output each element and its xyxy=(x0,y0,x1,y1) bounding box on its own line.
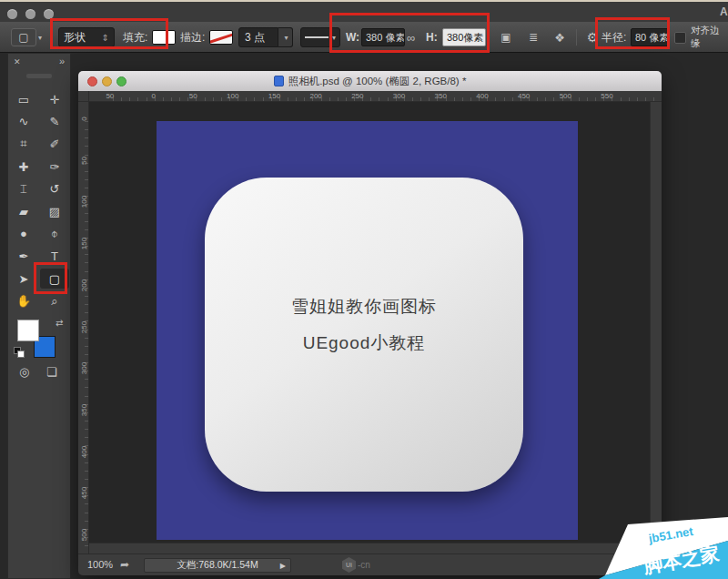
canvas-text-line2: UEgood小教程 xyxy=(303,331,426,355)
zoom-tool-icon: ⌕ xyxy=(51,294,57,309)
align-edges-label: 对齐边缘 xyxy=(691,22,728,53)
window-minimize-button[interactable] xyxy=(25,9,35,19)
dodge-tool-icon: ⌽ xyxy=(51,227,58,241)
panel-drag-nub[interactable] xyxy=(26,74,52,78)
document-content-area: 雪姐姐教你画图标 UEgood小教程 xyxy=(89,102,662,554)
dodge-tool[interactable]: ⌽ xyxy=(39,223,70,246)
pen-tool-icon: ✒ xyxy=(19,249,29,263)
blur-tool[interactable]: ● xyxy=(8,223,39,246)
close-icon[interactable]: ✕ xyxy=(14,57,21,66)
annotation-box-radius xyxy=(595,17,670,49)
doc-close-button[interactable] xyxy=(87,76,97,86)
ruler-h-number: 400 xyxy=(474,92,489,100)
eraser-tool-icon: ▰ xyxy=(19,205,28,218)
default-colors-icon[interactable] xyxy=(17,350,25,358)
tools-panel: ✕ » ▭✛∿✎⌗✐✚✑⌶↺▰▨●⌽✒T➤▢✋⌕ ⇄ ◎ ❏ xyxy=(7,53,71,579)
quick-mask-button[interactable]: ◎ xyxy=(19,365,29,379)
hand-tool-icon: ✋ xyxy=(16,294,31,308)
quick-selection-tool[interactable]: ✎ xyxy=(39,111,70,134)
ruler-v-number: 250 xyxy=(80,318,88,336)
collapse-panel-icon[interactable]: » xyxy=(59,56,65,66)
canvas-text-line1: 雪姐姐教你画图标 xyxy=(291,295,437,319)
workspace-partial-text: A xyxy=(720,5,728,18)
ruler-h-number: 350 xyxy=(432,92,447,100)
ruler-v-number: 350 xyxy=(80,401,88,419)
clone-stamp-tool[interactable]: ⌶ xyxy=(8,178,39,200)
stroke-width-dropdown-button[interactable]: ▾ xyxy=(278,27,293,47)
screen-mode-button[interactable]: ❏ xyxy=(46,365,57,379)
healing-brush-tool-icon: ✚ xyxy=(19,160,29,174)
lasso-tool[interactable]: ∿ xyxy=(8,111,39,134)
swap-colors-icon[interactable]: ⇄ xyxy=(56,318,63,328)
rounded-rectangle-shape[interactable]: 雪姐姐教你画图标 UEgood小教程 xyxy=(205,178,523,492)
eyedropper-tool[interactable]: ✐ xyxy=(39,133,70,156)
blur-tool-icon: ● xyxy=(20,227,27,240)
ruler-h-number: 500 xyxy=(557,92,571,100)
doc-minimize-button[interactable] xyxy=(102,76,112,86)
crop-tool[interactable]: ⌗ xyxy=(8,133,39,156)
annotation-box-width-height xyxy=(329,13,490,53)
stroke-width-field[interactable]: 3 点 xyxy=(238,27,278,47)
uicn-suffix-text: -cn xyxy=(358,560,370,570)
align-edges-checkbox[interactable] xyxy=(674,32,686,44)
clone-stamp-tool-icon: ⌶ xyxy=(20,182,27,197)
ruler-h-number: 450 xyxy=(515,92,530,100)
ruler-h-number: 50 xyxy=(183,92,197,100)
export-icon[interactable]: ➦ xyxy=(120,558,129,571)
rectangular-marquee-tool[interactable]: ▭ xyxy=(8,88,39,111)
document-status-bar: 100% ➦ 文档:768.0K/1.54M ▶ Ui -cn xyxy=(78,554,662,575)
ruler-h-number: 200 xyxy=(308,92,322,100)
ruler-v-number: 50 xyxy=(80,151,88,169)
move-tool[interactable]: ✛ xyxy=(39,88,70,111)
photoshop-app: A ▢ ▾ 形状 ⇕ 填充: 描边: 3 点 ▾ ▾ W: 380 像素 ∞ H… xyxy=(0,0,728,579)
stroke-color-swatch[interactable] xyxy=(209,30,233,45)
ruler-v-number: 100 xyxy=(80,193,88,211)
annotation-box-shape-fill xyxy=(50,18,168,49)
horizontal-scrollbar[interactable] xyxy=(89,543,650,554)
uicn-hexagon-logo: Ui xyxy=(342,557,356,573)
ruler-v-number: 0 xyxy=(80,110,88,128)
rounded-rectangle-preset-icon: ▢ xyxy=(11,28,36,46)
doc-size-text: 文档:768.0K/1.54M xyxy=(177,559,258,572)
stroke-style-line-icon xyxy=(305,36,329,38)
type-tool-icon: T xyxy=(51,249,58,263)
zoom-level[interactable]: 100% xyxy=(87,559,113,570)
expand-arrow-icon[interactable]: ▶ xyxy=(280,562,286,570)
horizontal-ruler: 50050100150200250300350400450500550 xyxy=(89,91,662,102)
document-title: 照相机.psd @ 100% (椭圆 2, RGB/8) * xyxy=(274,75,467,88)
path-alignment-button[interactable]: ≣ xyxy=(523,22,543,53)
stroke-width-value: 3 点 xyxy=(245,30,265,46)
brush-tool[interactable]: ✑ xyxy=(39,156,70,178)
ruler-h-number: 250 xyxy=(349,92,364,100)
doc-zoom-button[interactable] xyxy=(116,76,126,86)
history-brush-tool[interactable]: ↺ xyxy=(39,178,70,200)
toolbar-separator xyxy=(576,29,577,46)
healing-brush-tool[interactable]: ✚ xyxy=(8,156,39,178)
path-operations-button[interactable]: ▣ xyxy=(496,22,516,53)
document-titlebar[interactable]: 照相机.psd @ 100% (椭圆 2, RGB/8) * xyxy=(78,71,662,91)
brush-tool-icon: ✑ xyxy=(50,160,60,174)
tool-preset-button[interactable]: ▢ ▾ xyxy=(11,22,42,53)
foreground-color-swatch[interactable] xyxy=(17,320,39,341)
ruler-v-number: 400 xyxy=(80,442,88,461)
gradient-tool-icon: ▨ xyxy=(49,205,60,218)
ruler-v-number: 300 xyxy=(80,360,88,378)
ruler-v-number: 450 xyxy=(80,484,88,503)
path-selection-tool-icon: ➤ xyxy=(19,272,29,286)
gradient-tool[interactable]: ▨ xyxy=(39,200,70,223)
lasso-tool-icon: ∿ xyxy=(19,115,29,128)
document-window: 照相机.psd @ 100% (椭圆 2, RGB/8) * 500501001… xyxy=(78,71,662,575)
ruler-h-number: 550 xyxy=(599,92,613,100)
document-title-text: 照相机.psd @ 100% (椭圆 2, RGB/8) * xyxy=(288,75,467,88)
eraser-tool[interactable]: ▰ xyxy=(8,200,39,223)
history-brush-tool-icon: ↺ xyxy=(50,182,60,196)
doc-size-indicator[interactable]: 文档:768.0K/1.54M ▶ xyxy=(144,558,291,573)
canvas[interactable]: 雪姐姐教你画图标 UEgood小教程 xyxy=(157,121,578,540)
path-arrangement-button[interactable]: ❖ xyxy=(550,22,570,53)
caret-down-icon: ▾ xyxy=(38,34,42,42)
psd-file-icon xyxy=(274,76,284,86)
annotation-box-rounded-rect-tool xyxy=(34,262,67,294)
vertical-scrollbar[interactable] xyxy=(650,102,662,543)
ruler-v-number: 150 xyxy=(80,235,88,253)
window-close-button[interactable] xyxy=(7,9,17,19)
